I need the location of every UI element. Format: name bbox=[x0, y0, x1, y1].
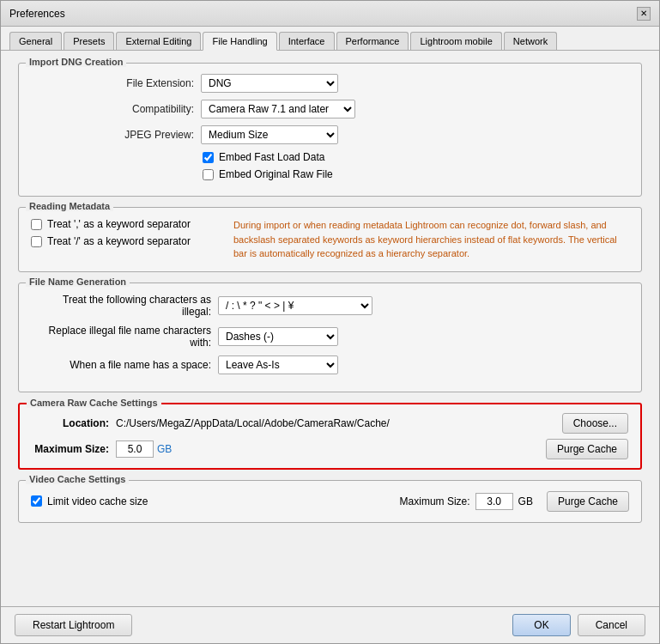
treat-comma-label: Treat ',' as a keyword separator bbox=[47, 218, 191, 230]
embed-original-label: Embed Original Raw File bbox=[219, 168, 333, 180]
compatibility-row: Compatibility: Camera Raw 7.1 and later bbox=[31, 100, 629, 118]
restart-lightroom-button[interactable]: Restart Lightroom bbox=[15, 614, 132, 636]
tab-presets[interactable]: Presets bbox=[64, 32, 114, 50]
tab-performance[interactable]: Performance bbox=[336, 32, 409, 50]
video-maxsize-label: Maximum Size: bbox=[400, 495, 470, 507]
treat-slash-row: Treat '/' as a keyword separator bbox=[31, 235, 220, 247]
limit-video-checkbox[interactable] bbox=[31, 495, 42, 507]
space-select[interactable]: Leave As-Is bbox=[218, 355, 338, 374]
maxsize-input[interactable] bbox=[116, 440, 154, 458]
video-maxsize-right: Maximum Size: GB Purge Cache bbox=[400, 491, 629, 512]
window-title: Preferences bbox=[9, 8, 65, 20]
tab-external-editing[interactable]: External Editing bbox=[116, 32, 201, 50]
illegal-chars-label: Treat the following characters as illega… bbox=[31, 294, 211, 318]
file-extension-row: File Extension: DNG bbox=[31, 74, 629, 93]
treat-comma-row: Treat ',' as a keyword separator bbox=[31, 218, 220, 230]
video-maxsize-input[interactable] bbox=[475, 493, 513, 510]
tab-interface[interactable]: Interface bbox=[279, 32, 335, 50]
reading-checkboxes: Treat ',' as a keyword separator Treat '… bbox=[31, 218, 220, 261]
replace-chars-label: Replace illegal file name characters wit… bbox=[31, 325, 211, 349]
camera-raw-cache-label: Camera Raw Cache Settings bbox=[27, 398, 161, 408]
maxsize-label: Maximum Size: bbox=[32, 443, 109, 455]
tab-bar: General Presets External Editing File Ha… bbox=[1, 27, 659, 51]
reading-metadata-label: Reading Metadata bbox=[26, 201, 113, 211]
limit-video-label: Limit video cache size bbox=[47, 495, 148, 507]
video-gb-label: GB bbox=[518, 495, 533, 507]
import-dng-label: Import DNG Creation bbox=[26, 57, 126, 67]
video-cache-label: Video Cache Settings bbox=[26, 474, 129, 484]
content-area: Import DNG Creation File Extension: DNG … bbox=[1, 51, 659, 606]
title-bar: Preferences ✕ bbox=[1, 1, 659, 27]
replace-chars-select[interactable]: Dashes (-) bbox=[218, 327, 338, 346]
footer: Restart Lightroom OK Cancel bbox=[1, 606, 659, 643]
embed-fast-checkbox-row: Embed Fast Load Data bbox=[203, 151, 629, 163]
reading-meta-content: Treat ',' as a keyword separator Treat '… bbox=[31, 218, 629, 261]
gb-link[interactable]: GB bbox=[157, 443, 172, 455]
tab-lightroom-mobile[interactable]: Lightroom mobile bbox=[410, 32, 501, 50]
embed-original-checkbox[interactable] bbox=[203, 169, 214, 180]
compatibility-label: Compatibility: bbox=[31, 103, 194, 115]
illegal-chars-row: Treat the following characters as illega… bbox=[31, 294, 629, 318]
jpeg-preview-select[interactable]: Medium Size bbox=[201, 125, 338, 144]
jpeg-preview-label: JPEG Preview: bbox=[31, 129, 194, 141]
choose-button[interactable]: Choose... bbox=[562, 413, 628, 434]
tab-network[interactable]: Network bbox=[504, 32, 557, 50]
footer-right: OK Cancel bbox=[512, 614, 645, 636]
tab-file-handling[interactable]: File Handling bbox=[203, 32, 276, 51]
file-name-generation-label: File Name Generation bbox=[26, 276, 130, 287]
file-extension-label: File Extension: bbox=[31, 77, 194, 89]
location-row: Location: C:/Users/MegaZ/AppData/Local/A… bbox=[32, 413, 628, 434]
camera-raw-cache-section: Camera Raw Cache Settings Location: C:/U… bbox=[18, 403, 642, 470]
treat-slash-checkbox[interactable] bbox=[31, 236, 42, 247]
treat-comma-checkbox[interactable] bbox=[31, 219, 42, 230]
video-limit-left: Limit video cache size bbox=[31, 495, 400, 507]
close-button[interactable]: ✕ bbox=[637, 7, 651, 21]
ok-button[interactable]: OK bbox=[512, 614, 570, 636]
replace-chars-row: Replace illegal file name characters wit… bbox=[31, 325, 629, 349]
cancel-button[interactable]: Cancel bbox=[578, 614, 645, 636]
embed-fast-label: Embed Fast Load Data bbox=[219, 151, 324, 163]
preferences-window: Preferences ✕ General Presets External E… bbox=[0, 0, 660, 644]
video-cache-row: Limit video cache size Maximum Size: GB … bbox=[31, 491, 629, 512]
tab-general[interactable]: General bbox=[9, 32, 62, 50]
embed-fast-row: Embed Fast Load Data Embed Original Raw … bbox=[203, 151, 629, 180]
reading-info-text: During import or when reading metadata L… bbox=[233, 218, 629, 261]
video-purge-cache-button[interactable]: Purge Cache bbox=[547, 491, 629, 512]
file-name-generation-section: File Name Generation Treat the following… bbox=[18, 283, 642, 392]
location-label: Location: bbox=[32, 417, 109, 429]
reading-metadata-section: Reading Metadata Treat ',' as a keyword … bbox=[18, 207, 642, 272]
space-row: When a file name has a space: Leave As-I… bbox=[31, 355, 629, 374]
jpeg-preview-row: JPEG Preview: Medium Size bbox=[31, 125, 629, 144]
file-extension-select[interactable]: DNG bbox=[201, 74, 338, 93]
video-cache-section: Video Cache Settings Limit video cache s… bbox=[18, 480, 642, 523]
embed-original-checkbox-row: Embed Original Raw File bbox=[203, 168, 629, 180]
maxsize-row: Maximum Size: GB Purge Cache bbox=[32, 439, 628, 459]
location-value: C:/Users/MegaZ/AppData/Local/Adobe/Camer… bbox=[116, 417, 555, 429]
import-dng-section: Import DNG Creation File Extension: DNG … bbox=[18, 63, 642, 197]
compatibility-select[interactable]: Camera Raw 7.1 and later bbox=[201, 100, 355, 118]
space-label: When a file name has a space: bbox=[31, 359, 211, 371]
purge-cache-button[interactable]: Purge Cache bbox=[546, 439, 628, 459]
embed-fast-checkbox[interactable] bbox=[203, 152, 214, 163]
illegal-chars-select[interactable]: / : \ * ? " < > | ¥ bbox=[218, 296, 372, 315]
treat-slash-label: Treat '/' as a keyword separator bbox=[47, 235, 191, 247]
